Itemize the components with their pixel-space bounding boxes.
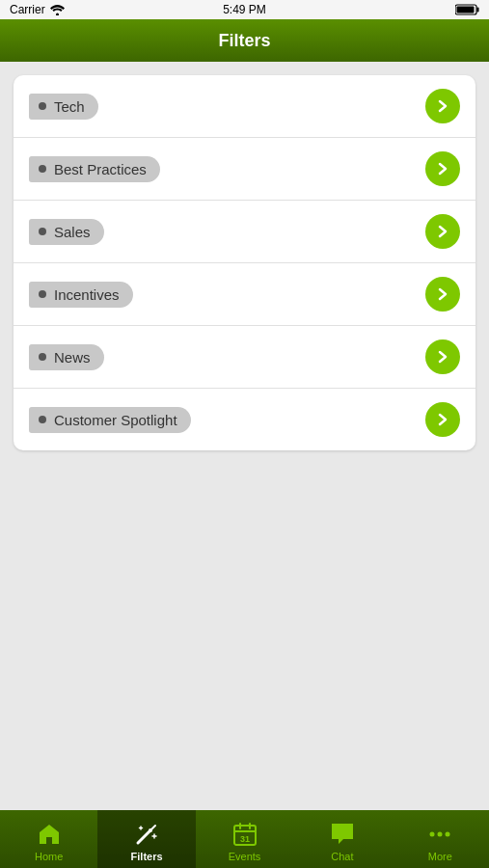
svg-point-16 — [430, 831, 435, 836]
tab-chat-label: Chat — [331, 851, 353, 862]
status-bar-time: 5:49 PM — [223, 3, 266, 16]
svg-rect-2 — [477, 8, 479, 13]
tab-home-label: Home — [35, 851, 63, 862]
status-bar-left: Carrier — [10, 3, 65, 16]
filter-tag-tech: Tech — [29, 94, 98, 120]
filter-row-customer-spotlight[interactable]: Customer Spotlight — [14, 389, 475, 450]
arrow-button-best-practices[interactable] — [425, 151, 460, 186]
filters-icon — [133, 821, 160, 848]
filter-tag-incentives: Incentives — [29, 282, 133, 308]
svg-point-6 — [149, 828, 152, 832]
filter-row-tech[interactable]: Tech — [14, 75, 475, 138]
wifi-icon — [50, 5, 65, 15]
status-bar-right — [455, 4, 479, 15]
arrow-button-customer-spotlight[interactable] — [425, 402, 460, 437]
svg-rect-3 — [457, 7, 475, 14]
carrier-label: Carrier — [10, 3, 45, 16]
filter-row-best-practices[interactable]: Best Practices — [14, 138, 475, 201]
home-icon — [36, 821, 63, 848]
arrow-button-news[interactable] — [425, 339, 460, 374]
tab-filters-label: Filters — [131, 851, 163, 862]
arrow-button-sales[interactable] — [425, 214, 460, 249]
chat-icon — [329, 821, 356, 848]
page-title: Filters — [218, 31, 270, 51]
header: Filters — [0, 19, 489, 62]
tab-filters[interactable]: Filters — [97, 810, 195, 868]
filter-tag-sales: Sales — [29, 219, 104, 245]
tab-more-label: More — [428, 851, 452, 862]
filter-tag-news: News — [29, 344, 104, 370]
svg-point-18 — [446, 831, 450, 836]
filter-row-sales[interactable]: Sales — [14, 201, 475, 263]
arrow-button-incentives[interactable] — [425, 277, 460, 312]
battery-icon — [455, 4, 479, 15]
filter-row-news[interactable]: News — [14, 326, 475, 389]
tab-more[interactable]: More — [392, 810, 489, 868]
status-bar: Carrier 5:49 PM — [0, 0, 489, 19]
svg-text:31: 31 — [240, 834, 250, 844]
more-icon — [426, 821, 453, 848]
arrow-button-tech[interactable] — [425, 89, 460, 123]
main-content: Tech Best Practices Sales Incentives New… — [0, 62, 489, 810]
tab-bar: Home Filters 31 — [0, 810, 489, 868]
filter-tag-customer-spotlight: Customer Spotlight — [29, 407, 191, 433]
tab-events[interactable]: 31 Events — [196, 810, 293, 868]
svg-line-4 — [138, 830, 150, 843]
events-icon: 31 — [231, 821, 258, 848]
tab-events-label: Events — [229, 851, 261, 862]
tab-chat[interactable]: Chat — [293, 810, 391, 868]
filter-list: Tech Best Practices Sales Incentives New… — [14, 75, 475, 450]
tab-home[interactable]: Home — [0, 810, 97, 868]
filter-row-incentives[interactable]: Incentives — [14, 263, 475, 326]
svg-point-0 — [56, 13, 59, 15]
svg-point-17 — [438, 831, 443, 836]
filter-tag-best-practices: Best Practices — [29, 156, 160, 182]
